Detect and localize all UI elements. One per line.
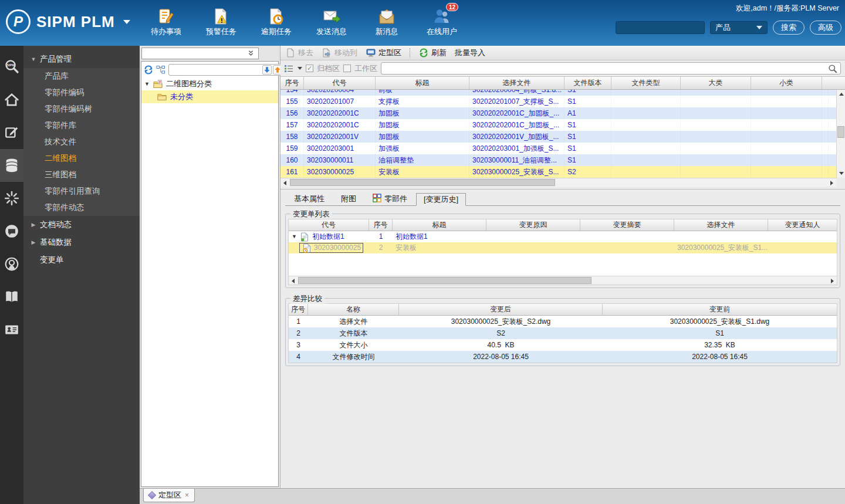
- file-col-文件类型[interactable]: 文件类型: [611, 77, 681, 89]
- workspace-checkbox[interactable]: [343, 65, 351, 72]
- diff-col-变更前[interactable]: 变更前: [603, 304, 837, 315]
- file-col-选择文件[interactable]: 选择文件: [469, 77, 565, 89]
- tree-search-input[interactable]: [170, 66, 261, 74]
- contact-icon[interactable]: [0, 248, 23, 280]
- vertical-scrollbar[interactable]: [836, 90, 845, 178]
- file-col-序号[interactable]: 序号: [280, 77, 304, 89]
- tab-零部件[interactable]: 零部件: [365, 192, 415, 205]
- scroll-up-button[interactable]: [837, 90, 845, 99]
- sidebar-item-零部件动态[interactable]: 零部件动态: [23, 199, 140, 216]
- menu-group-变更单[interactable]: 变更单: [23, 251, 140, 269]
- file-row-154[interactable]: 154302020200004前板302020200004_前板_S1.d...…: [280, 90, 836, 96]
- change-scroll-right-button[interactable]: [828, 276, 837, 285]
- change-col-代号[interactable]: 代号: [289, 219, 369, 231]
- change-list-hscrollbar[interactable]: [289, 276, 837, 285]
- tree-structure-icon[interactable]: [156, 65, 165, 75]
- refresh-button[interactable]: 刷新: [418, 48, 447, 58]
- file-row-160[interactable]: 160302030000011油箱调整垫302030000011_油箱调整...…: [280, 154, 836, 166]
- menu-group-基础数据[interactable]: ▶基础数据: [23, 234, 140, 251]
- diff-row-1[interactable]: 1选择文件302030000025_安装板_S2.dwg302030000025…: [289, 316, 837, 327]
- remove-button[interactable]: 移去: [285, 48, 313, 58]
- header-tool-send-message[interactable]: 发送消息: [308, 5, 355, 37]
- file-col-大类[interactable]: 大类: [681, 77, 751, 89]
- tree-expand-caret-icon[interactable]: ▼: [144, 81, 150, 87]
- file-col-标题[interactable]: 标题: [376, 77, 469, 89]
- header-tool-todo[interactable]: 待办事项: [143, 5, 190, 37]
- change-col-选择文件[interactable]: 选择文件: [674, 219, 768, 231]
- change-col-变更摘要[interactable]: 变更摘要: [580, 219, 674, 231]
- sidebar-item-零部件引用查询[interactable]: 零部件引用查询: [23, 183, 140, 199]
- chat-icon[interactable]: [0, 215, 23, 248]
- search-down-icon[interactable]: [262, 65, 272, 75]
- file-row-156[interactable]: 156302020202001C加固板302020202001C_加固板_...…: [280, 107, 836, 119]
- logo-area[interactable]: P SIPM PLM: [6, 9, 130, 34]
- header-tool-overdue-task[interactable]: 逾期任务: [253, 5, 300, 37]
- tree-node-root[interactable]: ▼ 二维图档分类: [141, 77, 278, 90]
- header-tool-alert-task[interactable]: 预警任务: [198, 5, 245, 37]
- sidebar-item-技术文件[interactable]: 技术文件: [23, 134, 140, 150]
- batch-import-button[interactable]: 批量导入: [455, 48, 485, 58]
- file-row-159[interactable]: 159302020203001加强板302020203001_加强板_S...S…: [280, 143, 836, 154]
- file-row-155[interactable]: 155302020201007支撑板302020201007_支撑板_S...S…: [280, 96, 836, 107]
- home-icon[interactable]: [0, 83, 23, 116]
- sidebar-item-二维图档[interactable]: 二维图档: [23, 150, 140, 167]
- diff-row-4[interactable]: 4文件修改时间2022-08-05 16:452022-08-05 16:45: [289, 351, 837, 363]
- spinner-icon[interactable]: [0, 182, 23, 215]
- tree-refresh-icon[interactable]: [144, 65, 153, 75]
- search-icon[interactable]: [827, 63, 838, 74]
- diff-col-序号[interactable]: 序号: [289, 304, 308, 315]
- diff-row-2[interactable]: 2文件版本S2S1: [289, 327, 837, 339]
- finalized-zone-button[interactable]: 定型区: [366, 48, 401, 58]
- tab-附图[interactable]: 附图: [333, 192, 364, 205]
- scroll-down-button[interactable]: [837, 169, 845, 178]
- menu-group-文档动态[interactable]: ▶文档动态: [23, 216, 140, 234]
- sidebar-item-零部件编码树[interactable]: 零部件编码树: [23, 101, 140, 117]
- sidebar-item-零部件编码[interactable]: 零部件编码: [23, 84, 140, 101]
- search-category-select[interactable]: 产品: [710, 21, 768, 34]
- file-col-文件版本[interactable]: 文件版本: [565, 77, 611, 89]
- change-row-2[interactable]: 3020300000252安装板302030000025_安装板_S1...: [289, 242, 837, 253]
- scroll-right-button[interactable]: [827, 178, 836, 187]
- menu-group-产品管理[interactable]: ▼产品管理: [23, 50, 140, 68]
- diff-col-名称[interactable]: 名称: [308, 304, 399, 315]
- change-scroll-thumb[interactable]: [298, 277, 592, 284]
- horizontal-scroll-thumb[interactable]: [290, 179, 555, 186]
- finalized-zone-tab[interactable]: 定型区 ×: [143, 489, 195, 502]
- file-row-157[interactable]: 157302020202001C加固板302020202001C_加固板_...…: [280, 119, 836, 131]
- diff-col-变更后[interactable]: 变更后: [399, 304, 603, 315]
- idcard-icon[interactable]: [0, 313, 23, 346]
- app-menu-caret-icon[interactable]: [123, 20, 130, 24]
- tree-expand-caret-icon[interactable]: ▼: [292, 231, 297, 242]
- change-scroll-left-button[interactable]: [289, 276, 298, 285]
- sidebar-item-零部件库[interactable]: 零部件库: [23, 117, 140, 134]
- compose-icon[interactable]: [0, 116, 23, 149]
- file-row-161[interactable]: 161302030000025安装板302030000025_安装板_S...S…: [280, 166, 836, 178]
- sidebar-item-三维图档[interactable]: 三维图档: [23, 167, 140, 183]
- global-search-input[interactable]: [616, 21, 705, 34]
- focused-cell[interactable]: 302030000025: [299, 243, 363, 253]
- tree-combo-select[interactable]: [141, 48, 259, 59]
- database-icon[interactable]: [0, 149, 23, 182]
- change-col-变更原因[interactable]: 变更原因: [486, 219, 580, 231]
- move-to-button[interactable]: 移动到: [322, 48, 357, 58]
- tree-node-unclassified[interactable]: 未分类: [141, 90, 278, 103]
- close-icon[interactable]: ×: [185, 491, 189, 499]
- change-col-标题[interactable]: 标题: [393, 219, 486, 231]
- advanced-search-button[interactable]: 高级: [810, 21, 841, 35]
- tab-变更历史[interactable]: [变更历史]: [416, 193, 466, 206]
- scroll-left-button[interactable]: [280, 178, 289, 187]
- vertical-scroll-thumb[interactable]: [837, 126, 844, 138]
- horizontal-scrollbar[interactable]: [280, 178, 836, 187]
- header-tool-new-message[interactable]: 新消息: [363, 5, 410, 37]
- archived-checkbox[interactable]: ✓: [306, 65, 313, 72]
- sipm-search-icon[interactable]: SIPM: [0, 50, 23, 83]
- header-tool-online-users[interactable]: 12在线用户: [418, 5, 465, 37]
- diff-row-3[interactable]: 3文件大小40.5 KB32.35 KB: [289, 339, 837, 351]
- change-col-变更通知人[interactable]: 变更通知人: [768, 219, 837, 231]
- change-row-1[interactable]: ▼初始数据11初始数据1: [289, 231, 837, 242]
- list-view-caret-icon[interactable]: [298, 67, 302, 70]
- search-button[interactable]: 搜索: [773, 21, 805, 35]
- change-col-序号[interactable]: 序号: [369, 219, 393, 231]
- file-col-代号[interactable]: 代号: [304, 77, 376, 89]
- book-icon[interactable]: [0, 280, 23, 313]
